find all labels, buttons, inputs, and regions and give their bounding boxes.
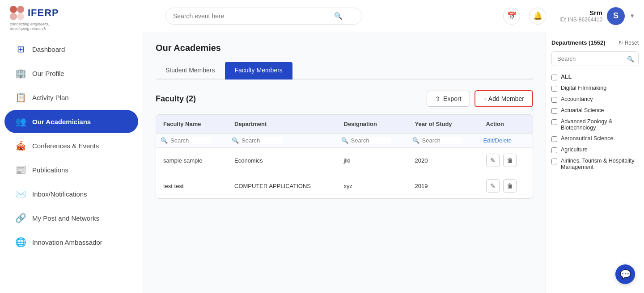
search-input[interactable] (165, 8, 362, 25)
tab-student-members[interactable]: Student Members (156, 62, 225, 80)
sidebar-item-our-academicians[interactable]: 👥 Our Academicians (4, 110, 138, 133)
departments-search-input[interactable] (551, 51, 639, 66)
chat-bubble[interactable]: 💬 (615, 264, 635, 284)
panel-search: 🔍 (551, 51, 639, 66)
search-designation-input[interactable] (351, 137, 391, 144)
dept-item-6[interactable]: Agriculture (551, 144, 639, 155)
dept-checkbox-5[interactable] (551, 136, 557, 142)
right-panel: Departments (1552) ↻ Reset 🔍 ALL Digital… (546, 32, 644, 293)
sidebar-item-innovation-ambassador[interactable]: 🌐 Innovation Ambassador (4, 230, 138, 254)
sidebar-label-conferences-events: Conferences & Events (32, 142, 99, 150)
section-title: Faculty (2) (156, 94, 196, 104)
svg-point-3 (17, 13, 24, 20)
sidebar-label-our-academicians: Our Academicians (32, 118, 91, 126)
sidebar-label-dashboard: Dashboard (32, 46, 65, 53)
cell-action-2: ✎ 🗑 (479, 173, 533, 199)
sidebar-label-publications: Publications (32, 166, 68, 174)
chevron-down-icon[interactable]: ▼ (629, 13, 635, 19)
delete-button-2[interactable]: 🗑 (503, 179, 517, 193)
cell-faculty-name-1: sample sample (156, 148, 227, 173)
chat-icon: 💬 (620, 269, 631, 280)
user-name: Srm (559, 9, 602, 17)
dept-item-0[interactable]: ALL (551, 71, 639, 83)
sidebar-icon-our-academicians: 👥 (15, 116, 26, 127)
table-search-row: 🔍 🔍 🔍 🔍 Edit/Delete (156, 134, 533, 148)
col-action: Action (479, 115, 533, 134)
dept-item-5[interactable]: Aeronautical Science (551, 133, 639, 144)
sidebar-item-activity-plan[interactable]: 📋 Activity Plan (4, 86, 138, 109)
sidebar-label-activity-plan: Activity Plan (32, 94, 69, 101)
add-member-button[interactable]: + Add Member (475, 90, 533, 107)
departments-title: Departments (1552) (551, 39, 606, 46)
col-department: Department (227, 115, 337, 134)
reset-icon: ↻ (619, 40, 623, 46)
dept-checkbox-7[interactable] (551, 159, 557, 164)
sidebar-item-publications[interactable]: 📰 Publications (4, 158, 138, 181)
user-id: ID: INS-86264410 (559, 17, 602, 23)
tab-faculty-members[interactable]: Faculty Members (225, 62, 292, 80)
edit-button-1[interactable]: ✎ (486, 154, 500, 167)
search-icon: 🔍 (334, 12, 343, 20)
export-button[interactable]: ⇧ Export (427, 91, 470, 107)
faculty-table: Faculty Name Department Designation Year… (156, 114, 533, 199)
search-faculty-name-input[interactable] (170, 137, 211, 144)
table-row: test test COMPUTER APPLICATIONS xyz 2019… (156, 173, 533, 199)
sidebar-item-inbox-notifications[interactable]: ✉️ Inbox/Notifications (4, 182, 138, 205)
reset-button[interactable]: ↻ Reset (619, 40, 639, 46)
dept-label-4: Advanced Zoology & Biotechnology (561, 118, 639, 131)
export-icon: ⇧ (435, 95, 441, 102)
search-bar: 🔍 (165, 8, 362, 25)
section-header: Faculty (2) ⇧ Export + Add Member (156, 90, 533, 107)
search-year-input[interactable] (422, 137, 462, 144)
dept-checkbox-0[interactable] (551, 75, 557, 80)
iferp-logo-icon (9, 5, 25, 21)
sidebar-icon-conferences-events: 🎪 (15, 140, 26, 151)
avatar[interactable]: S (607, 7, 625, 25)
sidebar-label-inbox-notifications: Inbox/Notifications (32, 190, 87, 198)
sidebar-icon-inbox-notifications: ✉️ (15, 188, 26, 199)
bell-icon: 🔔 (533, 11, 542, 21)
col-faculty-name: Faculty Name (156, 115, 227, 134)
dept-label-6: Agriculture (561, 146, 588, 153)
dept-label-3: Actuarial Science (561, 107, 604, 113)
sidebar-label-innovation-ambassador: Innovation Ambassador (32, 239, 102, 246)
cell-year-1: 2020 (408, 148, 479, 173)
panel-header: Departments (1552) ↻ Reset (551, 39, 639, 46)
dept-label-7: Airlines, Tourism & Hospitality Manageme… (561, 158, 639, 170)
delete-button-1[interactable]: 🗑 (503, 154, 517, 167)
notifications-button[interactable]: 🔔 (529, 8, 546, 25)
dept-checkbox-4[interactable] (551, 119, 557, 125)
sidebar-item-our-profile[interactable]: 🏢 Our Profile (4, 62, 138, 85)
svg-point-0 (10, 6, 17, 13)
edit-button-2[interactable]: ✎ (486, 179, 500, 193)
dept-item-4[interactable]: Advanced Zoology & Biotechnology (551, 116, 639, 133)
dept-checkbox-1[interactable] (551, 86, 557, 92)
dept-item-1[interactable]: Digital Filmmaking (551, 83, 639, 94)
dept-item-3[interactable]: Actuarial Science (551, 105, 639, 116)
logo-subtitle: connecting engineers.. developing resear… (10, 22, 58, 31)
sidebar-item-dashboard[interactable]: ⊞ Dashboard (4, 38, 138, 61)
cell-department-1: Economics (227, 148, 337, 173)
sidebar-item-my-post-networks[interactable]: 🔗 My Post and Networks (4, 206, 138, 230)
dept-item-7[interactable]: Airlines, Tourism & Hospitality Manageme… (551, 155, 639, 172)
dept-item-2[interactable]: Accountancy (551, 94, 639, 105)
search-department-input[interactable] (242, 137, 282, 144)
calendar-button[interactable]: 📅 (503, 8, 520, 25)
dept-checkbox-3[interactable] (551, 108, 557, 114)
dept-checkbox-6[interactable] (551, 147, 557, 153)
sidebar-item-conferences-events[interactable]: 🎪 Conferences & Events (4, 134, 138, 157)
tabs: Student Members Faculty Members (156, 62, 533, 80)
content-area: Our Academies Student Members Faculty Me… (143, 32, 546, 293)
sidebar-icon-activity-plan: 📋 (15, 92, 26, 103)
section-actions: ⇧ Export + Add Member (427, 90, 533, 107)
sidebar-icon-publications: 📰 (15, 164, 26, 175)
svg-point-2 (10, 13, 17, 20)
edit-delete-label[interactable]: Edit/Delete (483, 137, 512, 144)
dept-label-2: Accountancy (561, 96, 593, 102)
sidebar-icon-my-post-networks: 🔗 (15, 213, 26, 223)
sidebar: ⊞ Dashboard🏢 Our Profile📋 Activity Plan👥… (0, 32, 143, 293)
dept-checkbox-2[interactable] (551, 97, 557, 103)
sidebar-icon-our-profile: 🏢 (15, 68, 26, 79)
table-row: sample sample Economics jlkl 2020 ✎ 🗑 (156, 148, 533, 173)
sidebar-label-our-profile: Our Profile (32, 70, 64, 77)
